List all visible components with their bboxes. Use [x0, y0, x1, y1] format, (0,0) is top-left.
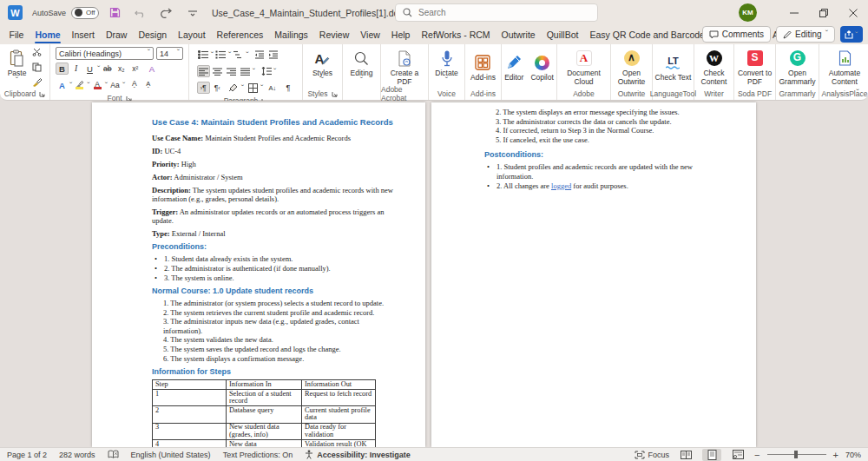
avatar[interactable]: KM: [739, 3, 757, 22]
language-indicator[interactable]: English (United States): [131, 451, 211, 459]
tab-review[interactable]: Review: [313, 25, 354, 44]
text-effects-button[interactable]: A: [56, 79, 69, 91]
tab-outwrite[interactable]: Outwrite: [496, 25, 541, 44]
automate-content-button[interactable]: Automate Content: [819, 47, 868, 87]
create-pdf-button[interactable]: Create a PDF: [381, 47, 428, 87]
tab-draw[interactable]: Draw: [100, 25, 133, 44]
styles-button[interactable]: A Styles: [311, 47, 334, 87]
web-layout-view-button[interactable]: [728, 449, 747, 461]
check-content-button[interactable]: W Check Content: [694, 47, 733, 87]
cut-button[interactable]: [30, 46, 43, 58]
borders-button[interactable]: [247, 82, 260, 94]
align-center-button[interactable]: [211, 65, 224, 77]
accessibility-status[interactable]: Accessibility: Investigate: [305, 450, 411, 459]
document-canvas[interactable]: Use Case 4: Maintain Student Profiles an…: [0, 101, 868, 447]
proofing-icon[interactable]: [108, 450, 119, 459]
italic-button[interactable]: I: [69, 63, 82, 75]
editing-button[interactable]: Editing: [349, 47, 375, 87]
document-page-1[interactable]: Use Case 4: Maintain Student Profiles an…: [92, 102, 425, 447]
open-grammarly-button[interactable]: G Open Grammarly: [776, 47, 819, 87]
close-button[interactable]: [838, 0, 868, 25]
underline-button[interactable]: U: [83, 63, 96, 75]
addins-button[interactable]: Add-ins: [469, 51, 497, 82]
tab-file[interactable]: File: [3, 25, 30, 44]
font-size-combo[interactable]: 14: [156, 47, 183, 60]
shading-button[interactable]: [227, 82, 240, 94]
sort-button[interactable]: A↓: [266, 82, 279, 94]
dictate-button[interactable]: Dictate: [433, 47, 459, 87]
autosave-toggle[interactable]: Off: [71, 7, 99, 19]
increase-indent-button[interactable]: [267, 49, 280, 61]
search-box[interactable]: [395, 3, 598, 22]
check-text-button[interactable]: LT Check Text: [654, 51, 694, 82]
comments-button[interactable]: Comments: [702, 26, 771, 43]
convert-to-pdf-button[interactable]: S Convert to PDF: [734, 47, 775, 87]
phonetic-guide-button[interactable]: A: [145, 63, 158, 75]
editing-mode-dropdown[interactable]: Editing: [776, 26, 835, 43]
undo-icon[interactable]: [134, 6, 148, 20]
document-cloud-button[interactable]: A Document Cloud: [557, 47, 610, 87]
zoom-slider[interactable]: [767, 454, 826, 455]
tab-help[interactable]: Help: [385, 25, 416, 44]
focus-button[interactable]: Focus: [635, 451, 670, 459]
tab-design[interactable]: Design: [133, 25, 173, 44]
align-right-button[interactable]: [225, 65, 238, 77]
line-spacing-button[interactable]: [260, 65, 273, 77]
collapse-ribbon-icon[interactable]: ˇ: [856, 88, 859, 98]
copy-button[interactable]: [30, 61, 43, 73]
highlight-button[interactable]: [73, 79, 86, 91]
customize-quick-access-icon[interactable]: [186, 6, 200, 20]
autosave-control[interactable]: AutoSave Off: [32, 7, 99, 19]
tab-mailings[interactable]: Mailings: [269, 25, 314, 44]
tab-home[interactable]: Home: [30, 25, 66, 44]
redo-icon[interactable]: [160, 6, 174, 20]
numbering-button[interactable]: [214, 49, 227, 61]
copilot-button[interactable]: Copilot: [529, 51, 555, 82]
grow-font-button[interactable]: Aˆ: [128, 79, 141, 91]
zoom-level[interactable]: 70%: [845, 451, 861, 459]
zoom-out-button[interactable]: −: [754, 450, 760, 460]
print-layout-view-button[interactable]: [702, 449, 721, 461]
tab-references[interactable]: References: [211, 25, 269, 44]
tab-layout[interactable]: Layout: [173, 25, 212, 44]
subscript-button[interactable]: x₂: [115, 63, 128, 75]
tab-easy-qr[interactable]: Easy QR Code and Barcode: [584, 25, 711, 44]
save-icon[interactable]: [108, 6, 122, 20]
restore-button[interactable]: [809, 0, 838, 25]
bold-button[interactable]: B: [56, 63, 69, 75]
tab-refworks[interactable]: RefWorks - RCM: [416, 25, 496, 44]
text-predictions-indicator[interactable]: Text Predictions: On: [223, 451, 293, 459]
document-page-2[interactable]: 2. The system displays an error message …: [431, 102, 756, 447]
rtl-text-direction-button[interactable]: ¶‹: [211, 82, 224, 94]
font-name-combo[interactable]: Calibri (Headings): [56, 47, 154, 60]
show-formatting-marks-button[interactable]: ¶: [281, 82, 294, 94]
strikethrough-button[interactable]: ab: [101, 63, 114, 75]
dialog-launcher-icon[interactable]: [332, 91, 338, 97]
tab-view[interactable]: View: [355, 25, 386, 44]
zoom-in-button[interactable]: +: [833, 450, 838, 460]
editor-button[interactable]: Editor: [503, 51, 525, 82]
decrease-indent-button[interactable]: [253, 49, 266, 61]
change-case-button[interactable]: Aa: [108, 79, 122, 91]
zoom-slider-thumb[interactable]: [794, 451, 798, 458]
format-painter-button[interactable]: [30, 76, 43, 88]
align-left-button[interactable]: [197, 65, 210, 77]
open-outwrite-button[interactable]: ∧ Open Outwrite: [611, 47, 652, 87]
multilevel-list-button[interactable]: [232, 49, 245, 61]
tab-quillbot[interactable]: QuillBot: [541, 25, 584, 44]
minimize-button[interactable]: [779, 0, 809, 25]
bullets-button[interactable]: [197, 49, 210, 61]
page-indicator[interactable]: Page 1 of 2: [7, 451, 47, 459]
shrink-font-button[interactable]: Aˇ: [141, 79, 155, 91]
font-color-button[interactable]: A: [91, 79, 104, 91]
word-count[interactable]: 282 words: [59, 451, 95, 459]
share-button[interactable]: [840, 26, 863, 43]
read-mode-view-button[interactable]: [676, 449, 695, 461]
ltr-text-direction-button[interactable]: ›¶: [197, 82, 210, 94]
dialog-launcher-icon[interactable]: [39, 91, 45, 97]
superscript-button[interactable]: x²: [128, 63, 141, 75]
word-logo-icon[interactable]: W: [8, 5, 23, 20]
justify-button[interactable]: [239, 65, 252, 77]
search-input[interactable]: [418, 8, 566, 17]
paste-button[interactable]: Paste: [6, 47, 29, 87]
